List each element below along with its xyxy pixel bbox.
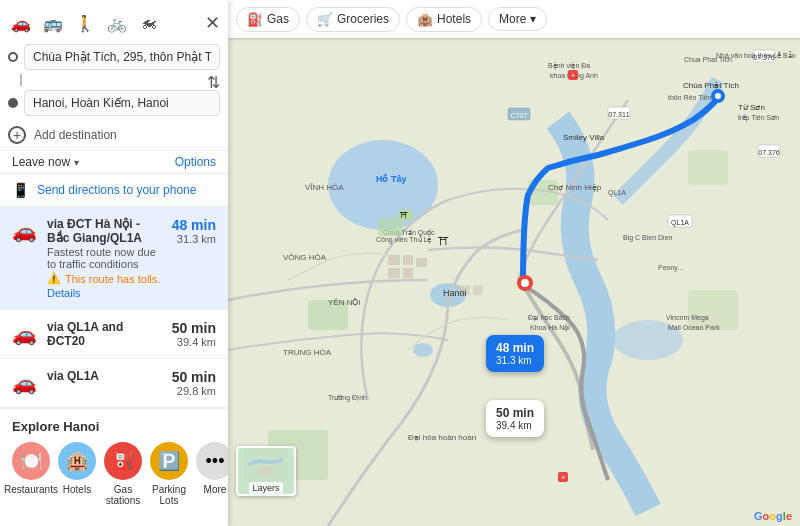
- svg-rect-10: [388, 255, 400, 265]
- filter-hotels[interactable]: 🏨 Hotels: [406, 7, 482, 32]
- time-value-1: 50 min: [172, 320, 216, 336]
- svg-text:VÔNG HÒA: VÔNG HÒA: [283, 253, 327, 262]
- send-directions-label: Send directions to your phone: [37, 183, 196, 197]
- explore-section: Explore Hanoi 🍽️ Restaurants 🏨 Hotels ⛽ …: [0, 408, 228, 512]
- hotels-chip-label: Hotels: [437, 12, 471, 26]
- svg-text:Hồ Tây: Hồ Tây: [376, 173, 407, 184]
- filter-groceries[interactable]: 🛒 Groceries: [306, 7, 400, 32]
- transport-mode-bar: 🚗 🚌 🚶 🚲 🏍 ✕: [0, 0, 228, 42]
- svg-text:Bệnh viện Đa: Bệnh viện Đa: [548, 62, 590, 70]
- explore-title: Explore Hanoi: [12, 419, 216, 434]
- route-info-1: via QL1A and ĐCT20: [47, 320, 162, 348]
- svg-rect-9: [688, 150, 728, 185]
- route-bubble-1[interactable]: 50 min 39.4 km: [486, 400, 544, 437]
- svg-rect-67: [258, 467, 273, 476]
- svg-text:07.376: 07.376: [758, 149, 780, 156]
- svg-text:Từ Sơn: Từ Sơn: [738, 103, 765, 112]
- bubble-time-active: 48 min: [496, 341, 534, 355]
- options-link[interactable]: Options: [175, 155, 216, 169]
- route-name-1: via QL1A and ĐCT20: [47, 320, 162, 348]
- more-chip-caret: ▾: [530, 12, 536, 26]
- svg-rect-16: [473, 285, 483, 295]
- filter-more[interactable]: More ▾: [488, 7, 547, 31]
- add-destination[interactable]: + Add destination: [0, 122, 228, 150]
- groceries-chip-icon: 🛒: [317, 12, 333, 27]
- route-card-1[interactable]: 🚗 via QL1A and ĐCT20 50 min 39.4 km: [0, 310, 228, 359]
- route-detail-0[interactable]: Details: [47, 287, 162, 299]
- car-icon-2: 🚗: [12, 371, 37, 395]
- route-connector: [20, 74, 22, 86]
- svg-text:Đại hòa hoàn hoàn: Đại hòa hoàn hoàn: [408, 433, 476, 442]
- svg-text:Đại học Bách: Đại học Bách: [528, 314, 570, 322]
- svg-text:Vincom Mega: Vincom Mega: [666, 314, 709, 322]
- dist-value-2: 29.8 km: [172, 385, 216, 397]
- mode-transit[interactable]: 🚌: [40, 10, 66, 36]
- svg-text:Công viên Thủ Lệ: Công viên Thủ Lệ: [376, 235, 431, 244]
- route-name-2: via QL1A: [47, 369, 162, 383]
- map-inset[interactable]: Layers: [236, 446, 296, 496]
- route-info-0: via ĐCT Hà Nội - Bắc Giang/QL1A Fastest …: [47, 217, 162, 299]
- svg-text:Chùa Phật Tích: Chùa Phật Tích: [683, 81, 739, 90]
- origin-input-wrap: [8, 44, 220, 70]
- origin-dot: [8, 52, 18, 62]
- route-warn-0: ⚠️ This route has tolls.: [47, 272, 162, 285]
- restaurants-label: Restaurants: [4, 484, 58, 495]
- hotels-icon: 🏨: [58, 442, 96, 480]
- map-background: Hồ Tây Chợ Ninh Hiệp Hanoi Chùa Phật Tíc…: [228, 0, 800, 526]
- close-button[interactable]: ✕: [205, 12, 220, 34]
- phone-icon: 📱: [12, 182, 29, 198]
- explore-more[interactable]: ••• More: [196, 442, 228, 506]
- more-chip-label: More: [499, 12, 526, 26]
- svg-text:Big C Bien Dien: Big C Bien Dien: [623, 234, 673, 242]
- left-panel: 🚗 🚌 🚶 🚲 🏍 ✕ ⇅ + Add destination Leave no…: [0, 0, 228, 526]
- explore-gas[interactable]: ⛽ Gas stations: [104, 442, 142, 506]
- route-card-2[interactable]: 🚗 via QL1A 50 min 29.8 km: [0, 359, 228, 408]
- mode-walk[interactable]: 🚶: [72, 10, 98, 36]
- layers-label: Layers: [249, 482, 282, 494]
- dist-value-0: 31.3 km: [172, 233, 216, 245]
- groceries-chip-label: Groceries: [337, 12, 389, 26]
- svg-text:TRUNG HÒA: TRUNG HÒA: [283, 348, 332, 357]
- warn-text-0: This route has tolls.: [65, 273, 160, 285]
- svg-rect-13: [388, 268, 400, 278]
- svg-point-63: [521, 279, 529, 287]
- bubble-time-1: 50 min: [496, 406, 534, 420]
- svg-text:Khoa Hà Nội: Khoa Hà Nội: [530, 324, 570, 332]
- mode-moto[interactable]: 🏍: [136, 10, 162, 36]
- map-filter-bar: ⛽ Gas 🛒 Groceries 🏨 Hotels More ▾: [228, 0, 800, 38]
- swap-button[interactable]: ⇅: [207, 73, 220, 92]
- car-icon-1: 🚗: [12, 322, 37, 346]
- route-time-2: 50 min 29.8 km: [172, 369, 216, 397]
- svg-text:+: +: [571, 71, 576, 80]
- explore-hotels[interactable]: 🏨 Hotels: [58, 442, 96, 506]
- svg-text:Mall Ocean Park: Mall Ocean Park: [668, 324, 720, 331]
- parking-label: Parking Lots: [150, 484, 188, 506]
- svg-text:tiếp Tiên Sơn: tiếp Tiên Sơn: [738, 114, 779, 122]
- leave-now-label: Leave now: [12, 155, 70, 169]
- explore-parking[interactable]: 🅿️ Parking Lots: [150, 442, 188, 506]
- svg-text:QL1A: QL1A: [671, 219, 689, 227]
- google-logo: Google: [754, 510, 792, 522]
- gas-label: Gas stations: [104, 484, 142, 506]
- mode-car[interactable]: 🚗: [8, 10, 34, 36]
- send-directions[interactable]: 📱 Send directions to your phone: [0, 174, 228, 207]
- leave-now-dropdown[interactable]: Leave now ▾: [12, 155, 79, 169]
- hotels-chip-icon: 🏨: [417, 12, 433, 27]
- svg-text:Peony...: Peony...: [658, 264, 683, 272]
- route-bubble-active[interactable]: 48 min 31.3 km: [486, 335, 544, 372]
- route-info-2: via QL1A: [47, 369, 162, 383]
- svg-rect-11: [403, 255, 413, 265]
- time-value-0: 48 min: [172, 217, 216, 233]
- origin-input[interactable]: [24, 44, 220, 70]
- more-label: More: [204, 484, 227, 495]
- filter-gas[interactable]: ⛽ Gas: [236, 7, 300, 32]
- mode-bike[interactable]: 🚲: [104, 10, 130, 36]
- svg-text:⛩: ⛩: [438, 235, 449, 247]
- svg-rect-59: [378, 218, 403, 236]
- route-card-0[interactable]: 🚗 via ĐCT Hà Nội - Bắc Giang/QL1A Fastes…: [0, 207, 228, 310]
- svg-text:Chua Phat Tich: Chua Phat Tich: [684, 56, 732, 63]
- explore-restaurants[interactable]: 🍽️ Restaurants: [12, 442, 50, 506]
- map-area[interactable]: Hồ Tây Chợ Ninh Hiệp Hanoi Chùa Phật Tíc…: [228, 0, 800, 526]
- warn-icon-0: ⚠️: [47, 272, 61, 285]
- dest-input[interactable]: [24, 90, 220, 116]
